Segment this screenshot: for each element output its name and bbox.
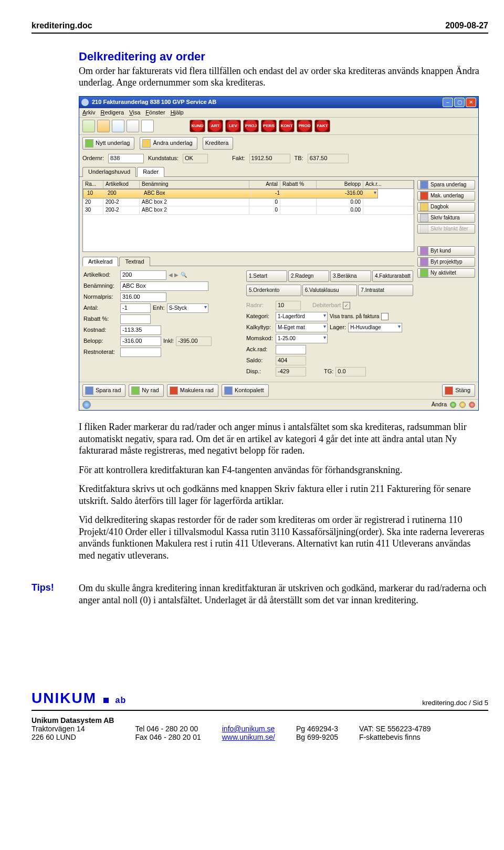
spara-underlag-button[interactable]: Spara underlag: [417, 180, 475, 190]
swap-icon: [420, 247, 428, 255]
spara-rad-button[interactable]: Spara rad: [82, 384, 125, 397]
header-rule: [32, 33, 488, 34]
save-icon: [420, 181, 428, 189]
belopp-input[interactable]: -316.00: [120, 337, 161, 346]
kontopalett-button[interactable]: Kontopalett: [222, 384, 269, 397]
kostnad-label: Kostnad:: [83, 327, 118, 334]
tg-label: TG:: [324, 368, 333, 375]
disp-label: Disp.:: [246, 368, 274, 375]
shortcut-prod[interactable]: PROD: [297, 120, 312, 132]
byt-projekttyp-button[interactable]: Byt projekttyp: [417, 257, 475, 267]
menu-fonster[interactable]: Fönster: [145, 109, 165, 117]
kategori-select[interactable]: 1-Lagerförd: [276, 312, 328, 321]
col-artikelkod[interactable]: Artikelkod: [103, 181, 140, 188]
btn-intrastat[interactable]: 7.Intrastat: [358, 285, 413, 296]
nav-arrows-icon[interactable]: ◀ ▶: [169, 272, 178, 279]
rows-grid[interactable]: Ra... Artikelkod Benämning Antal Rabatt …: [82, 180, 414, 252]
shortcut-kund[interactable]: KUND: [190, 120, 205, 132]
col-rabatt[interactable]: Rabatt %: [280, 181, 317, 188]
shortcut-lev[interactable]: LEV: [225, 120, 241, 132]
kostnad-input[interactable]: -113.35: [120, 326, 161, 335]
enh-select[interactable]: S-Styck: [167, 303, 208, 313]
toolbar-user-icon[interactable]: [97, 120, 110, 132]
visa-trans-checkbox[interactable]: [381, 313, 388, 320]
normalpris-input[interactable]: 316.00: [120, 292, 166, 302]
minimize-button[interactable]: –: [443, 98, 453, 107]
table-row[interactable]: 20 200-2 ABC box 2 0 0.00: [83, 198, 414, 207]
shortcut-fakt[interactable]: FAKT: [314, 120, 330, 132]
shortcut-kont[interactable]: KONT: [279, 120, 295, 132]
body-para-3: Kreditfaktura skrivs ut och godkänns med…: [79, 483, 488, 507]
shortcut-art[interactable]: ART: [207, 120, 223, 132]
table-row[interactable]: 10 200 ABC Box -1 -316.00: [83, 189, 378, 198]
body-para-1: I fliken Rader markerar du rad/rader och…: [79, 421, 488, 457]
footer-web-link[interactable]: www.unikum.se/: [222, 733, 275, 741]
plus-icon: [85, 139, 93, 148]
btn-setart[interactable]: 1.Setart: [246, 270, 287, 282]
lager-select[interactable]: H-Huvudlage: [348, 323, 402, 332]
byt-kund-button[interactable]: Byt kund: [417, 246, 475, 256]
momskod-select[interactable]: 1-25.00: [276, 334, 328, 343]
stang-button[interactable]: Stäng: [442, 384, 475, 397]
kreditera-button[interactable]: Kreditera: [203, 137, 234, 150]
mak-underlag-button[interactable]: Mak. underlag: [417, 191, 475, 201]
dagbok-button[interactable]: Dagbok: [417, 202, 475, 212]
shortcut-proj[interactable]: PROJ: [243, 120, 259, 132]
antal-input[interactable]: -1: [120, 303, 151, 313]
footer-addr2: 226 60 LUND: [32, 733, 114, 741]
skriv-faktura-button[interactable]: Skriv faktura: [417, 213, 475, 223]
toolbar-search-icon[interactable]: [127, 120, 139, 132]
menu-visa[interactable]: Visa: [129, 109, 140, 117]
belopp-label: Belopp:: [83, 338, 118, 345]
col-ra[interactable]: Ra...: [83, 181, 103, 188]
ny-aktivitet-button[interactable]: Ny aktivitet: [417, 268, 475, 278]
debiterbart-checkbox[interactable]: ✓: [343, 302, 350, 309]
btn-orderkonto[interactable]: 5.Orderkonto: [246, 285, 301, 296]
shortcut-pers[interactable]: PERS: [261, 120, 277, 132]
tab-underlagshuvud[interactable]: Underlagshuvud: [82, 167, 136, 177]
table-row[interactable]: 30 200-2 ABC box 2 0 0.00: [83, 206, 414, 215]
ackrad-label: Ack.rad:: [246, 346, 274, 353]
tab-rader[interactable]: Rader: [137, 167, 164, 177]
body-para-4: Vid delkreditering skapas restorder för …: [79, 514, 488, 561]
restnoterat-input[interactable]: [120, 348, 161, 357]
radnr-label: Radnr:: [246, 302, 274, 309]
menu-redigera[interactable]: Redigera: [100, 109, 124, 117]
ny-rad-button[interactable]: Ny rad: [129, 384, 163, 397]
footer-vat: VAT: SE 556223-4789: [359, 725, 430, 733]
col-ackr[interactable]: Ack.r...: [363, 181, 414, 188]
search-icon[interactable]: 🔍: [181, 272, 187, 279]
footer-email-link[interactable]: info@unikum.se: [222, 725, 275, 733]
rabatt-input[interactable]: [120, 314, 151, 324]
ordernr-input[interactable]: 838: [108, 154, 144, 163]
main-tabs: Underlagshuvud Rader: [79, 166, 478, 177]
menu-hjalp[interactable]: Hjälp: [171, 109, 184, 117]
tab-artikelrad[interactable]: Artikelrad: [82, 257, 118, 267]
tab-textrad[interactable]: Textrad: [119, 257, 150, 267]
nytt-underlag-button[interactable]: Nytt underlag: [82, 137, 134, 150]
plus-icon: [131, 386, 140, 395]
normalpris-label: Normalpris:: [83, 293, 118, 301]
menu-arkiv[interactable]: Arkiv: [82, 109, 95, 117]
toolbar-misc-icon[interactable]: [141, 120, 154, 132]
col-antal[interactable]: Antal: [249, 181, 280, 188]
right-button-panel: Spara underlag Mak. underlag Dagbok Skri…: [417, 180, 475, 379]
makulera-rad-button[interactable]: Makulera rad: [167, 384, 218, 397]
col-belopp[interactable]: Belopp: [317, 181, 363, 188]
close-button[interactable]: ✕: [466, 98, 476, 107]
footer-company: Unikum Datasystem AB: [32, 716, 114, 725]
kalkyltyp-select[interactable]: M-Eget mat: [276, 323, 328, 332]
btn-berakna[interactable]: 3.Beräkna: [330, 270, 371, 282]
maximize-button[interactable]: ▢: [454, 98, 465, 107]
andra-underlag-button[interactable]: Ändra underlag: [140, 137, 197, 150]
toolbar-edit-icon[interactable]: [112, 120, 124, 132]
toolbar-new-icon[interactable]: [82, 120, 95, 132]
btn-valutaklausu[interactable]: 6.Valutaklausu: [302, 285, 358, 296]
benamning-input[interactable]: ABC Box: [120, 281, 208, 291]
ackrad-input[interactable]: [276, 345, 306, 354]
artikelkod-input[interactable]: 200: [120, 270, 166, 280]
body-para-2: För att kontrollera kreditfakturan kan F…: [79, 464, 488, 476]
btn-fakturarabatt[interactable]: 4.Fakturarabatt: [372, 270, 413, 282]
btn-radegn[interactable]: 2.Radegn: [288, 270, 329, 282]
col-benamning[interactable]: Benämning: [140, 181, 249, 188]
